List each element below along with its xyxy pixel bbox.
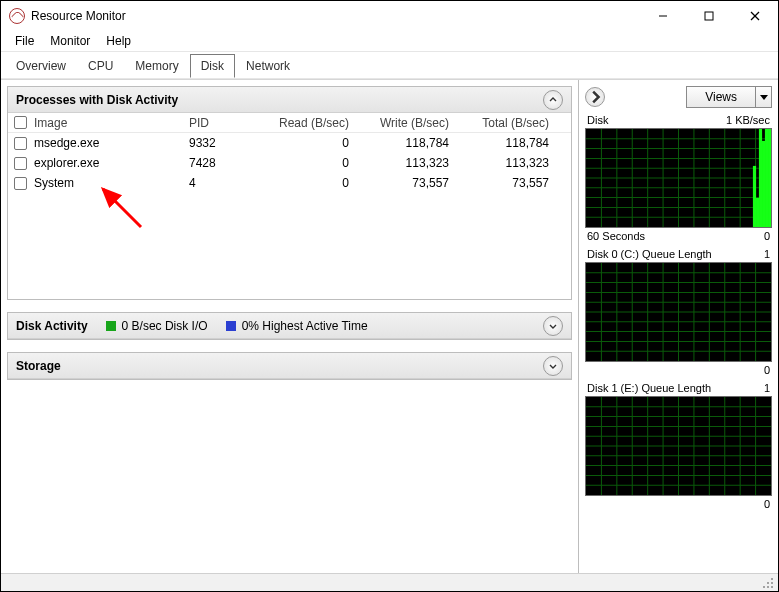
table-row[interactable]: System 4 0 73,557 73,557 <box>8 173 571 193</box>
tab-overview[interactable]: Overview <box>5 54 77 78</box>
menu-help[interactable]: Help <box>98 32 139 50</box>
cell-total: 113,323 <box>459 156 559 170</box>
svg-point-69 <box>763 586 765 588</box>
processes-table-header: Image PID Read (B/sec) Write (B/sec) Tot… <box>8 113 571 133</box>
graph-disk1-queue: Disk 1 (E:) Queue Length1 0 <box>585 382 772 510</box>
menu-bar: File Monitor Help <box>1 31 778 51</box>
io-legend-color-icon <box>106 321 116 331</box>
tab-network[interactable]: Network <box>235 54 301 78</box>
active-legend: 0% Highest Active Time <box>226 319 368 333</box>
status-bar <box>1 573 778 591</box>
active-legend-text: 0% Highest Active Time <box>242 319 368 333</box>
cell-image: explorer.exe <box>34 156 189 170</box>
row-checkbox[interactable] <box>14 177 27 190</box>
menu-monitor[interactable]: Monitor <box>42 32 98 50</box>
table-row[interactable]: explorer.exe 7428 0 113,323 113,323 <box>8 153 571 173</box>
processes-panel: Processes with Disk Activity Image PID R… <box>7 86 572 300</box>
table-row[interactable]: msedge.exe 9332 0 118,784 118,784 <box>8 133 571 153</box>
cell-image: msedge.exe <box>34 136 189 150</box>
graph-disk0-queue: Disk 0 (C:) Queue Length1 0 <box>585 248 772 376</box>
col-total[interactable]: Total (B/sec) <box>459 116 559 130</box>
views-button[interactable]: Views <box>686 86 772 108</box>
views-dropdown-icon[interactable] <box>755 87 771 107</box>
svg-point-66 <box>771 578 773 580</box>
graph-title: Disk 0 (C:) Queue Length <box>587 248 712 260</box>
svg-point-67 <box>767 582 769 584</box>
storage-title: Storage <box>16 359 61 373</box>
left-pane: Processes with Disk Activity Image PID R… <box>1 80 578 573</box>
tab-bar: Overview CPU Memory Disk Network <box>1 51 778 79</box>
select-all-checkbox[interactable] <box>14 116 27 129</box>
row-checkbox[interactable] <box>14 137 27 150</box>
graph-canvas <box>585 396 772 496</box>
col-read[interactable]: Read (B/sec) <box>259 116 359 130</box>
svg-marker-5 <box>760 95 768 100</box>
cell-read: 0 <box>259 176 359 190</box>
svg-rect-1 <box>705 12 713 20</box>
cell-read: 0 <box>259 136 359 150</box>
tab-cpu[interactable]: CPU <box>77 54 124 78</box>
active-legend-color-icon <box>226 321 236 331</box>
row-checkbox[interactable] <box>14 157 27 170</box>
col-write[interactable]: Write (B/sec) <box>359 116 459 130</box>
cell-read: 0 <box>259 156 359 170</box>
processes-panel-title: Processes with Disk Activity <box>16 93 178 107</box>
svg-point-68 <box>771 582 773 584</box>
tab-disk[interactable]: Disk <box>190 54 235 78</box>
graph-bottom-left: 60 Seconds <box>587 230 645 242</box>
maximize-button[interactable] <box>686 1 732 31</box>
title-bar: Resource Monitor <box>1 1 778 31</box>
graph-canvas <box>585 128 772 228</box>
collapse-processes-icon[interactable] <box>543 90 563 110</box>
svg-point-70 <box>767 586 769 588</box>
graph-title: Disk 1 (E:) Queue Length <box>587 382 711 394</box>
app-icon <box>9 8 25 24</box>
cell-total: 118,784 <box>459 136 559 150</box>
graph-scale: 1 <box>764 248 770 260</box>
expand-storage-icon[interactable] <box>543 356 563 376</box>
graph-title: Disk <box>587 114 608 126</box>
minimize-button[interactable] <box>640 1 686 31</box>
views-label: Views <box>687 90 755 104</box>
svg-point-71 <box>771 586 773 588</box>
disk-activity-header[interactable]: Disk Activity 0 B/sec Disk I/O 0% Highes… <box>8 313 571 339</box>
window-title: Resource Monitor <box>31 9 126 23</box>
cell-image: System <box>34 176 189 190</box>
graph-canvas <box>585 262 772 362</box>
menu-file[interactable]: File <box>7 32 42 50</box>
cell-write: 118,784 <box>359 136 459 150</box>
io-legend: 0 B/sec Disk I/O <box>106 319 208 333</box>
disk-activity-title: Disk Activity <box>16 319 88 333</box>
right-pane: Views Disk1 KB/sec <box>578 80 778 573</box>
expand-disk-activity-icon[interactable] <box>543 316 563 336</box>
tab-memory[interactable]: Memory <box>124 54 189 78</box>
storage-panel: Storage <box>7 352 572 380</box>
cell-write: 113,323 <box>359 156 459 170</box>
graph-bottom-right: 0 <box>764 498 770 510</box>
storage-header[interactable]: Storage <box>8 353 571 379</box>
collapse-right-pane-icon[interactable] <box>585 87 605 107</box>
close-button[interactable] <box>732 1 778 31</box>
cell-pid: 4 <box>189 176 259 190</box>
graph-bottom-right: 0 <box>764 230 770 242</box>
cell-pid: 9332 <box>189 136 259 150</box>
cell-write: 73,557 <box>359 176 459 190</box>
disk-activity-panel: Disk Activity 0 B/sec Disk I/O 0% Highes… <box>7 312 572 340</box>
resize-grip-icon[interactable] <box>761 576 775 590</box>
io-legend-text: 0 B/sec Disk I/O <box>122 319 208 333</box>
col-pid[interactable]: PID <box>189 116 259 130</box>
processes-panel-header[interactable]: Processes with Disk Activity <box>8 87 571 113</box>
cell-total: 73,557 <box>459 176 559 190</box>
graph-disk: Disk1 KB/sec 60 Seconds0 <box>585 114 772 242</box>
graph-scale: 1 KB/sec <box>726 114 770 126</box>
graph-scale: 1 <box>764 382 770 394</box>
col-image[interactable]: Image <box>34 116 189 130</box>
graph-bottom-right: 0 <box>764 364 770 376</box>
cell-pid: 7428 <box>189 156 259 170</box>
